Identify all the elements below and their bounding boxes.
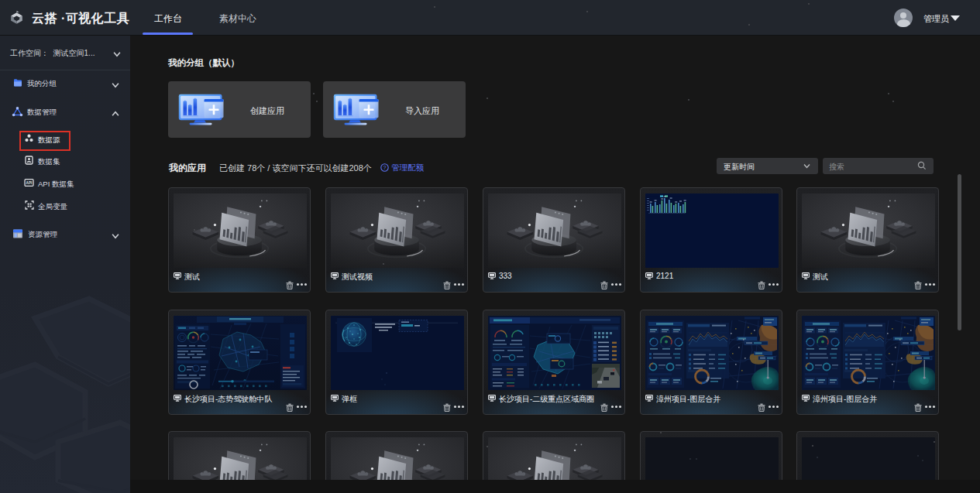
svg-text:API: API	[26, 181, 33, 185]
